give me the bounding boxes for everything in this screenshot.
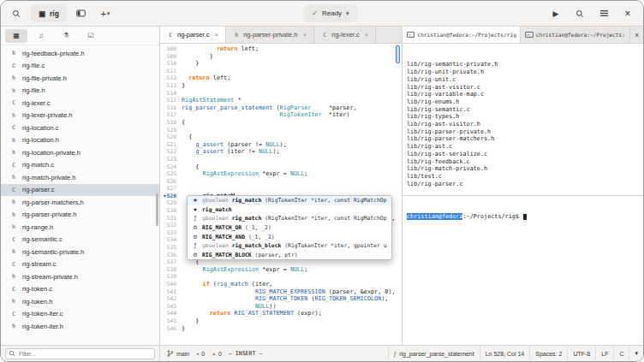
- completion-item[interactable]: ƒgboolean rig_match_block (RigTokenIter …: [188, 241, 391, 251]
- code-line: 514: [160, 90, 402, 98]
- todo-icon[interactable]: ☑: [80, 29, 102, 43]
- line-number: 546: [160, 325, 182, 333]
- tests-icon[interactable]: ⚗: [55, 29, 77, 43]
- status-chevron-icon[interactable]: ▾: [629, 346, 643, 361]
- tab-close-icon[interactable]: ×: [303, 31, 307, 39]
- file-item[interactable]: hrig-location.h: [1, 134, 159, 147]
- panel-toggle-button[interactable]: [72, 5, 91, 22]
- file-item[interactable]: hrig-lexer-private.h: [1, 110, 159, 122]
- terminal-line: lib/rig-ast-serialize.c: [407, 151, 639, 158]
- editor-tab[interactable]: Crig-parser.c×: [160, 27, 226, 43]
- file-item[interactable]: hrig-parser-matchers.h: [1, 196, 159, 209]
- line-number: 520: [160, 134, 182, 141]
- code-line: 519: [160, 127, 402, 134]
- warning-count[interactable]: ▲ 0: [212, 351, 222, 357]
- code-line: 543 NULL)): [160, 303, 402, 311]
- tab-close-icon[interactable]: ×: [365, 31, 369, 39]
- file-item[interactable]: hrig-location-private.h: [1, 146, 159, 159]
- completion-item[interactable]: ƒgboolean rig_match (RigTokenIter *iter,…: [188, 214, 391, 223]
- file-item[interactable]: hrig-feedback-private.h: [1, 47, 159, 60]
- build-status-button[interactable]: ✓ Ready ▾: [304, 5, 356, 22]
- file-type-icon: C: [167, 32, 174, 39]
- file-item[interactable]: hrig-match-private.h: [1, 171, 159, 184]
- code-line: 526: [160, 178, 402, 186]
- completion-text: gboolean rig_match (RigTokenIter *iter, …: [202, 197, 387, 204]
- file-item[interactable]: Crig-location.c: [1, 122, 159, 134]
- project-name: rig: [50, 9, 59, 18]
- editor-tab[interactable]: Crig-lexer.c×: [314, 27, 376, 43]
- branch-icon: [167, 350, 174, 357]
- line-number: 522: [160, 148, 182, 156]
- terminal-tab[interactable]: >_christian@fedora:~/Projects/rig×: [402, 27, 521, 43]
- file-item[interactable]: Crig-token.c: [1, 283, 159, 296]
- file-item[interactable]: Crig-lexer.c: [1, 97, 159, 110]
- symbols-icon[interactable]: ♫: [30, 29, 52, 43]
- run-button[interactable]: ▶: [546, 5, 565, 22]
- code-line: 513}: [160, 82, 402, 90]
- header-bar: ▣ rig + ▾ ✓ Ready ▾ ▶ ×: [1, 1, 643, 27]
- file-type-icon: h: [10, 199, 17, 205]
- current-symbol[interactable]: ƒ rig_parser_parse_statement: [388, 346, 480, 361]
- file-name: rig-token-iter.h: [22, 323, 63, 330]
- terminal-tab[interactable]: >_christian@fedora:~/Projects:×: [521, 27, 630, 43]
- file-item[interactable]: hrig-stream-private.h: [1, 270, 159, 283]
- cursor-position[interactable]: Ln 528, Col 14: [480, 346, 530, 361]
- editor-tab[interactable]: hrig-parser-private.h×: [226, 27, 314, 43]
- terminal-prompt-path: :~/Projects/rig$: [462, 213, 522, 220]
- line-number: 529: [160, 199, 182, 207]
- branch-indicator[interactable]: main: [167, 350, 189, 357]
- global-search-button[interactable]: [7, 5, 26, 22]
- file-item[interactable]: Crig-file.c: [1, 60, 159, 73]
- completion-item[interactable]: ★gboolean rig_match (RigTokenIter *iter,…: [188, 196, 391, 205]
- file-item[interactable]: hrig-semantic-private.h: [1, 246, 159, 258]
- file-item[interactable]: Crig-match.c: [1, 159, 159, 172]
- file-item[interactable]: Crig-parser.c: [1, 184, 159, 197]
- build-status-label: Ready: [322, 9, 342, 17]
- file-type-icon: C: [10, 124, 17, 131]
- sidebar-scrollbar[interactable]: [156, 193, 158, 226]
- completion-item[interactable]: ⚙RIG_MATCH_OR (_1, _2): [188, 223, 391, 233]
- completion-item[interactable]: ★rig_match: [188, 205, 391, 215]
- indentation-setting[interactable]: Spaces: 2: [529, 346, 567, 361]
- completion-popup: ★gboolean rig_match (RigTokenIter *iter,…: [187, 195, 392, 260]
- code-line: 515RigAstStatement *: [160, 97, 402, 104]
- main-menu-button[interactable]: [594, 5, 613, 22]
- window-close-button[interactable]: ×: [618, 5, 637, 22]
- search-button[interactable]: [570, 5, 589, 22]
- completion-item[interactable]: ⚙RIG_MATCH_AND (_1, _2): [188, 232, 391, 241]
- file-name: rig-location.h: [22, 136, 59, 144]
- editor-scrollbar-thumb[interactable]: [396, 45, 400, 63]
- filter-input[interactable]: [5, 348, 155, 359]
- file-item[interactable]: hrig-range.h: [1, 221, 159, 234]
- code-line: 544 return RIG_AST_STATEMENT (expr);: [160, 310, 402, 317]
- error-count[interactable]: ● 0: [196, 351, 205, 357]
- file-item[interactable]: Crig-token-iter.c: [1, 308, 159, 321]
- code-text: }: [182, 325, 185, 333]
- file-item[interactable]: hrig-file.h: [1, 85, 159, 98]
- file-item[interactable]: hrig-parser-private.h: [1, 209, 159, 222]
- language-setting[interactable]: C: [613, 346, 629, 361]
- project-tree-icon[interactable]: ▦: [5, 29, 27, 43]
- file-item[interactable]: hrig-token.h: [1, 295, 159, 308]
- completion-item[interactable]: ⚙RIG_MATCH_BLOCK (parser, ptr): [188, 251, 391, 260]
- file-item[interactable]: Crig-stream.c: [1, 258, 159, 271]
- search-icon: [575, 9, 584, 18]
- code-line: 539: [160, 273, 402, 281]
- code-area[interactable]: 508 return left;509 }510 }511512 return …: [160, 44, 402, 345]
- file-item[interactable]: hrig-token-iter.h: [1, 320, 159, 333]
- terminal-bottom[interactable]: christian@fedora:~/Projects/rig$: [402, 196, 643, 345]
- terminal-top[interactable]: lib/rig-semantic-private.hlib/rig-unit-p…: [402, 44, 643, 196]
- line-number: 508: [160, 45, 182, 53]
- project-menu-button[interactable]: ▣ rig: [31, 5, 67, 22]
- panel-close-button[interactable]: ×: [630, 27, 643, 43]
- terminal-prompt: christian@fedora:~/Projects/rig$: [407, 213, 639, 221]
- file-item[interactable]: Crig-semantic.c: [1, 234, 159, 246]
- new-tab-button[interactable]: + ▾: [96, 5, 115, 22]
- code-text: return left;: [182, 74, 230, 82]
- terminal-panel: >_christian@fedora:~/Projects/rig×>_chri…: [402, 27, 643, 345]
- code-text: {: [182, 134, 192, 141]
- encoding-setting[interactable]: UTF-8: [567, 346, 595, 361]
- file-item[interactable]: hrig-file-private.h: [1, 72, 159, 85]
- tab-close-icon[interactable]: ×: [215, 31, 219, 39]
- eol-setting[interactable]: LF: [595, 346, 613, 361]
